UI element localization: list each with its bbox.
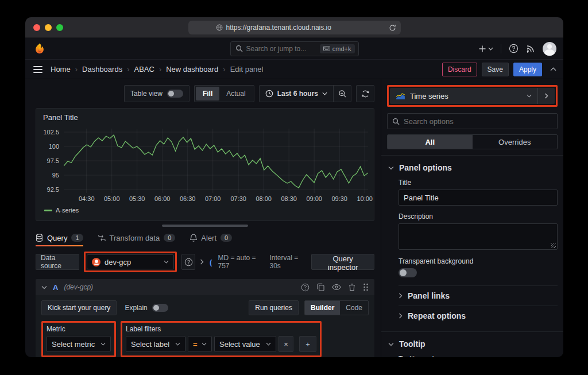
address-bar[interactable]: https://grafana.tenant.cloud.nais.io: [188, 21, 401, 34]
label-select[interactable]: Select label: [126, 336, 185, 352]
chevron-down-icon: [175, 342, 180, 346]
datasource-help-button[interactable]: [181, 254, 195, 270]
plus-icon: [478, 45, 486, 53]
series-name[interactable]: A-series: [56, 207, 79, 214]
save-button[interactable]: Save: [482, 63, 509, 76]
close-window-button[interactable]: [33, 24, 40, 31]
panel-title-input[interactable]: [399, 190, 558, 206]
minimize-window-button[interactable]: [45, 24, 52, 31]
chevron-up-icon[interactable]: [550, 67, 556, 71]
pane-resize-handle[interactable]: [162, 225, 248, 227]
operator-select[interactable]: =: [188, 336, 212, 352]
query-help-icon[interactable]: [301, 283, 310, 292]
query-toolbar: Kick start your query Explain Run querie…: [36, 295, 374, 319]
time-series-chart[interactable]: [64, 129, 368, 193]
resize-handle[interactable]: [551, 243, 556, 248]
explain-toggle[interactable]: [152, 304, 168, 312]
value-select-value: Select value: [219, 340, 260, 349]
breadcrumb-folder[interactable]: ABAC: [134, 65, 154, 74]
metric-label: Metric: [47, 325, 111, 333]
interval: Interval = 30s: [269, 254, 307, 270]
viz-suggestions-button[interactable]: [537, 88, 555, 104]
news-button[interactable]: [526, 44, 535, 53]
trash-icon[interactable]: [349, 283, 355, 291]
value-select[interactable]: Select value: [214, 336, 276, 352]
breadcrumb-dashboards[interactable]: Dashboards: [82, 65, 122, 74]
tooltip-section-header[interactable]: Tooltip: [387, 332, 558, 355]
tooltip-mode-label: Tooltip mode: [399, 355, 558, 357]
discard-button[interactable]: Discard: [442, 63, 477, 76]
breadcrumb-home[interactable]: Home: [51, 65, 71, 74]
options-pane: Time series: [381, 79, 563, 357]
eye-icon[interactable]: [332, 284, 341, 291]
table-view-toggle[interactable]: [167, 90, 183, 98]
add-filter-button[interactable]: +: [299, 336, 316, 352]
title-label: Title: [399, 179, 558, 187]
tab-query[interactable]: Query 1: [36, 229, 83, 246]
remove-filter-button[interactable]: ×: [278, 336, 293, 352]
actual-option[interactable]: Actual: [219, 87, 252, 100]
tab-transform[interactable]: Transform data 0: [98, 229, 176, 246]
breadcrumb-dashboard[interactable]: New dashboard: [166, 65, 218, 74]
chevron-right-icon: [399, 293, 403, 299]
zoom-out-button[interactable]: [334, 86, 351, 102]
browser-window: https://grafana.tenant.cloud.nais.io cmd…: [25, 17, 563, 357]
transparent-bg-toggle[interactable]: [399, 268, 417, 277]
metric-select[interactable]: Select metric: [47, 336, 111, 352]
global-search-input[interactable]: [246, 45, 320, 53]
description-textarea[interactable]: [399, 223, 558, 250]
new-menu-button[interactable]: [478, 45, 493, 53]
alert-count-badge: 0: [220, 234, 232, 242]
refresh-button[interactable]: [357, 86, 374, 102]
global-search[interactable]: cmd+k: [230, 41, 359, 56]
query-datasource-hint: (dev-gcp): [64, 283, 93, 291]
query-inspector-button[interactable]: Query inspector: [311, 254, 374, 270]
breadcrumb-separator: ›: [159, 65, 161, 74]
query-editor: A (dev-gcp) Kick start your query Explai…: [36, 279, 374, 357]
visualization-select[interactable]: Time series: [390, 88, 537, 104]
tab-overrides[interactable]: Overrides: [473, 135, 558, 149]
tab-all-options[interactable]: All: [388, 135, 473, 149]
zoom-out-icon: [338, 90, 347, 98]
repeat-options-section[interactable]: Repeat options: [399, 306, 558, 326]
apply-button[interactable]: Apply: [513, 63, 542, 76]
transparent-bg-label: Transparent background: [399, 257, 558, 265]
panel-links-section[interactable]: Panel links: [399, 285, 558, 306]
query-row-header[interactable]: A (dev-gcp): [36, 279, 374, 295]
grafana-logo-icon[interactable]: [33, 42, 46, 55]
panel-links-label: Panel links: [408, 291, 450, 300]
user-avatar[interactable]: [543, 42, 556, 56]
code-option[interactable]: Code: [340, 301, 368, 315]
explain-label: Explain: [125, 304, 147, 312]
keyboard-icon: [323, 46, 330, 51]
x-tick-label: 09:00: [306, 195, 322, 202]
menu-toggle-icon[interactable]: [33, 66, 42, 73]
panel-preview[interactable]: Panel Title 102.510097.59592.5 04:3005:0…: [36, 108, 374, 221]
query-options-summary[interactable]: ( MD = auto = 757 Interval = 30s: [200, 254, 307, 270]
x-tick-label: 05:00: [104, 195, 120, 202]
table-view-group: Table view: [124, 85, 189, 102]
datasource-picker[interactable]: dev-gcp: [87, 254, 174, 269]
datasource-row: Data source dev-gcp ( MD: [36, 252, 374, 272]
panel-options-header[interactable]: Panel options: [387, 156, 558, 179]
help-button[interactable]: [509, 44, 519, 53]
reload-icon[interactable]: [389, 24, 396, 32]
refresh-group: [356, 85, 374, 102]
highlight-box-datasource: dev-gcp: [84, 252, 177, 272]
zoom-window-button[interactable]: [56, 24, 63, 31]
chevron-down-icon: [388, 342, 394, 346]
time-range-button[interactable]: Last 6 hours: [260, 86, 333, 102]
drag-handle-icon[interactable]: [363, 283, 369, 291]
transform-icon: [98, 234, 106, 242]
duplicate-icon[interactable]: [317, 283, 324, 291]
options-search-input[interactable]: [404, 117, 552, 126]
chevron-down-icon: [527, 94, 532, 98]
kick-start-button[interactable]: Kick start your query: [41, 300, 117, 315]
chevron-down-icon: [100, 342, 106, 346]
tab-alert[interactable]: Alert 0: [190, 229, 232, 246]
chevron-down-icon: [164, 260, 169, 264]
options-search[interactable]: [387, 113, 558, 129]
builder-option[interactable]: Builder: [305, 301, 340, 315]
fill-option[interactable]: Fill: [196, 87, 219, 100]
run-queries-button[interactable]: Run queries: [249, 300, 299, 315]
